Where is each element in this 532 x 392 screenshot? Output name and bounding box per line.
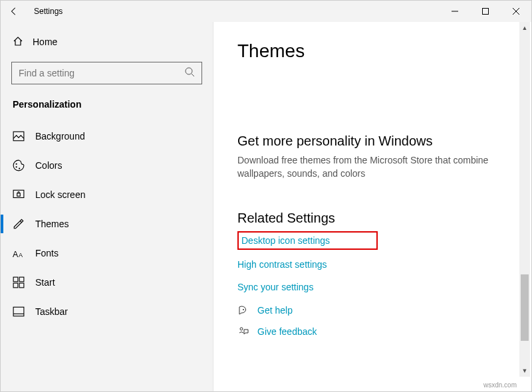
svg-rect-6 <box>13 132 24 141</box>
window-buttons <box>440 1 531 22</box>
sidebar-item-label: Start <box>35 277 55 288</box>
personality-heading: Get more personality in Windows <box>237 134 531 149</box>
back-button[interactable] <box>1 1 27 22</box>
svg-rect-17 <box>19 283 24 288</box>
search-box[interactable] <box>11 62 202 84</box>
sidebar-item-fonts[interactable]: AA Fonts <box>1 239 213 268</box>
link-high-contrast-settings[interactable]: High contrast settings <box>237 259 531 270</box>
fonts-icon: AA <box>13 247 25 259</box>
give-feedback-row[interactable]: Give feedback <box>237 326 531 338</box>
sidebar-item-label: Themes <box>35 219 69 229</box>
sidebar-item-taskbar[interactable]: Taskbar <box>1 297 213 326</box>
svg-rect-14 <box>13 277 18 282</box>
titlebar: Settings <box>1 1 531 22</box>
page-title: Themes <box>237 41 531 62</box>
sidebar-item-colors[interactable]: Colors <box>1 151 213 180</box>
sidebar-item-start[interactable]: Start <box>1 268 213 297</box>
section-label: Personalization <box>1 94 213 122</box>
get-help-label: Get help <box>257 305 293 316</box>
main-content: Themes Get more personality in Windows D… <box>213 22 531 391</box>
sidebar-item-label: Lock screen <box>35 189 85 200</box>
personality-text: Download free themes from the Microsoft … <box>237 154 490 180</box>
sidebar-item-label: Background <box>35 131 85 142</box>
give-feedback-label: Give feedback <box>257 326 317 337</box>
scrollbar[interactable]: ▲ ▼ <box>519 22 530 377</box>
svg-point-21 <box>240 328 243 330</box>
sidebar: Home Personalization Background Colors L… <box>1 22 213 391</box>
search-icon <box>184 66 195 80</box>
svg-rect-15 <box>19 277 24 282</box>
window-title: Settings <box>34 7 63 16</box>
scroll-thumb[interactable] <box>521 274 529 341</box>
start-icon <box>13 276 25 288</box>
image-icon <box>13 130 25 142</box>
svg-point-8 <box>16 166 17 167</box>
sidebar-item-label: Fonts <box>35 248 59 258</box>
svg-point-9 <box>19 167 20 169</box>
sidebar-item-lock-screen[interactable]: Lock screen <box>1 180 213 209</box>
link-desktop-icon-settings[interactable]: Desktop icon settings <box>237 231 378 250</box>
link-sync-your-settings[interactable]: Sync your settings <box>237 282 531 292</box>
sidebar-item-label: Taskbar <box>35 306 68 317</box>
svg-rect-11 <box>17 193 21 197</box>
sidebar-item-themes[interactable]: Themes <box>1 209 213 239</box>
svg-text:A: A <box>19 252 23 258</box>
sidebar-item-label: Colors <box>35 160 62 171</box>
svg-rect-1 <box>483 9 489 15</box>
help-icon <box>237 304 249 316</box>
svg-text:A: A <box>13 250 19 259</box>
get-help-row[interactable]: Get help <box>237 304 531 316</box>
scroll-down-icon[interactable]: ▼ <box>519 365 530 377</box>
scroll-up-icon[interactable]: ▲ <box>519 22 530 34</box>
home-label: Home <box>33 37 57 47</box>
home-icon <box>13 36 23 49</box>
search-input[interactable] <box>19 68 184 78</box>
svg-point-7 <box>16 163 17 165</box>
container: Home Personalization Background Colors L… <box>1 22 531 391</box>
taskbar-icon <box>13 306 25 318</box>
home-button[interactable]: Home <box>1 29 213 55</box>
sidebar-item-background[interactable]: Background <box>1 122 213 151</box>
related-heading: Related Settings <box>237 211 531 226</box>
close-button[interactable] <box>501 1 531 22</box>
minimize-button[interactable] <box>440 1 470 22</box>
lock-screen-icon <box>13 189 25 201</box>
svg-point-20 <box>243 309 244 310</box>
palette-icon <box>13 159 25 171</box>
maximize-button[interactable] <box>470 1 501 22</box>
feedback-icon <box>237 326 249 338</box>
svg-rect-16 <box>13 283 18 288</box>
svg-line-5 <box>192 74 194 76</box>
watermark: wsxdn.com <box>483 381 517 389</box>
svg-point-4 <box>186 68 192 74</box>
svg-rect-18 <box>13 307 24 316</box>
themes-icon <box>13 218 25 230</box>
